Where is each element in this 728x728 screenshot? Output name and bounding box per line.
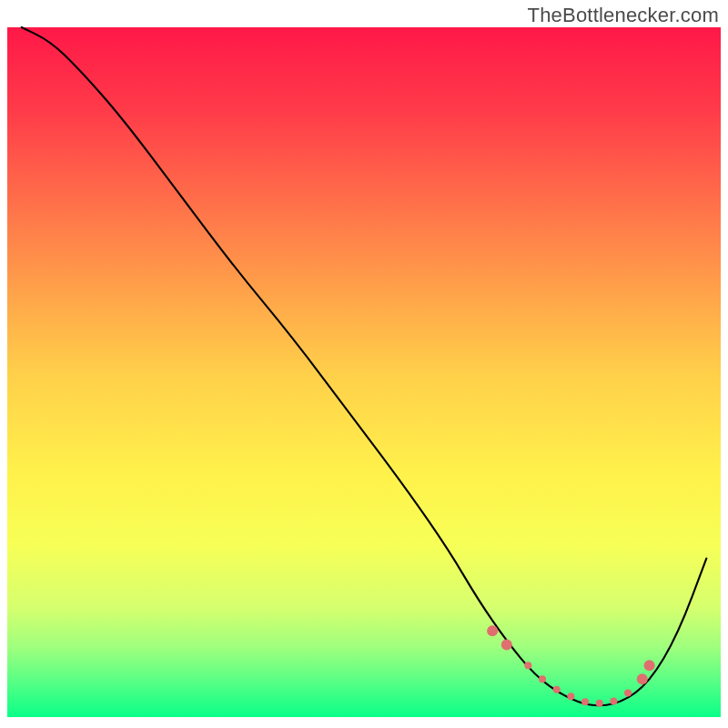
marker-dot <box>524 662 531 669</box>
plot-background <box>7 27 721 717</box>
marker-dot <box>501 639 512 650</box>
marker-dot <box>567 693 574 700</box>
marker-dot <box>644 660 655 671</box>
marker-dot <box>487 625 498 636</box>
marker-dot <box>624 689 632 696</box>
marker-dot <box>610 698 617 705</box>
watermark-label: TheBottlenecker.com <box>528 4 719 27</box>
bottleneck-chart <box>0 0 728 728</box>
chart-container: TheBottlenecker.com <box>0 0 728 728</box>
marker-dot <box>581 698 589 705</box>
marker-dot <box>553 686 561 693</box>
marker-dot <box>637 673 648 684</box>
marker-dot <box>539 675 546 682</box>
marker-dot <box>596 700 603 707</box>
